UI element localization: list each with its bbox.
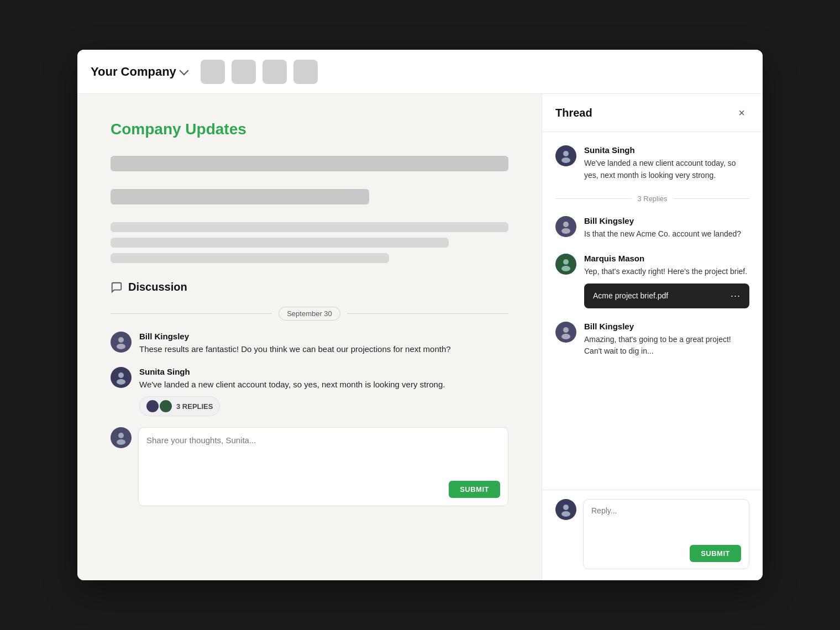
skeleton-spacer-2 [111, 211, 508, 222]
message-text-bill-1: These results are fantastic! Do you thin… [139, 343, 508, 356]
avatar-bill-1 [111, 332, 132, 353]
thread-msg-text-bill-2: Amazing, that's going to be a great proj… [584, 334, 749, 358]
comment-box-container: SUBMIT [111, 427, 508, 506]
avatar-sunita-1 [111, 367, 132, 388]
message-text-sunita-1: We've landed a new client account today,… [139, 379, 508, 391]
thread-msg-text-sunita: We've landed a new client account today,… [584, 158, 749, 181]
header-avatar-3[interactable] [262, 60, 287, 84]
skeleton-bar-5 [111, 253, 389, 263]
header-avatar-4[interactable] [293, 60, 318, 84]
thread-messages: Sunita Singh We've landed a new client a… [542, 132, 763, 490]
svg-point-12 [563, 327, 569, 333]
comment-submit-button[interactable]: SUBMIT [449, 481, 500, 498]
thread-msg-text-bill-1: Is that the new Acme Co. account we land… [584, 228, 749, 240]
main-area: Company Updates Discussion September 30 [77, 94, 763, 580]
date-badge: September 30 [279, 307, 340, 321]
thread-msg-content-bill-1: Bill Kingsley Is that the new Acme Co. a… [584, 216, 749, 240]
file-name: Acme project brief.pdf [593, 291, 668, 300]
thread-reply-submit-row: SUBMIT [591, 545, 741, 562]
thread-msg-author-marquis: Marquis Mason [584, 254, 749, 263]
svg-point-4 [118, 433, 124, 438]
thread-reply-box: SUBMIT [583, 499, 749, 569]
app-window: Your Company Company Updates [77, 50, 763, 580]
svg-point-8 [563, 222, 569, 227]
date-divider: September 30 [111, 307, 508, 321]
svg-point-0 [118, 337, 124, 343]
file-menu-icon[interactable]: ··· [731, 290, 741, 302]
thread-header: Thread × [542, 94, 763, 132]
svg-point-14 [563, 505, 569, 510]
thread-replies-divider: 3 Replies [555, 195, 749, 203]
reply-avatar-mini-1 [146, 400, 159, 412]
thread-avatar-bill-2 [555, 322, 576, 343]
thread-reply-avatar [555, 499, 576, 520]
message-sunita-1: Sunita Singh We've landed a new client a… [111, 367, 508, 417]
svg-point-3 [117, 379, 125, 385]
header-avatars [201, 60, 318, 84]
thread-msg-content-bill-2: Bill Kingsley Amazing, that's going to b… [584, 322, 749, 358]
skeleton-bar-4 [111, 238, 449, 248]
thread-avatar-sunita [555, 145, 576, 166]
skeleton-bar-2 [111, 189, 369, 204]
svg-point-13 [561, 334, 570, 339]
message-bill-1: Bill Kingsley These results are fantasti… [111, 332, 508, 356]
skeleton-bar-3 [111, 222, 508, 232]
thread-msg-marquis: Marquis Mason Yep, that's exactly right!… [555, 254, 749, 308]
svg-point-2 [118, 372, 124, 378]
replies-badge[interactable]: 3 REPLIES [139, 396, 220, 416]
skeleton-spacer-1 [111, 178, 508, 189]
thread-msg-author-bill-2: Bill Kingsley [584, 322, 749, 331]
thread-reply-area: SUBMIT [542, 490, 763, 580]
thread-msg-author-bill-1: Bill Kingsley [584, 216, 749, 225]
message-content-bill-1: Bill Kingsley These results are fantasti… [139, 332, 508, 356]
comment-submit-row: SUBMIT [146, 481, 500, 498]
avatar-commenter [111, 427, 132, 448]
svg-point-15 [561, 511, 570, 517]
chevron-down-icon [179, 66, 188, 75]
svg-point-5 [117, 439, 125, 445]
thread-msg-bill-1: Bill Kingsley Is that the new Acme Co. a… [555, 216, 749, 240]
channel-title: Company Updates [111, 120, 508, 138]
message-author-sunita-1: Sunita Singh [139, 367, 508, 376]
thread-avatar-marquis [555, 254, 576, 275]
thread-reply-textarea[interactable] [591, 506, 741, 539]
file-attachment[interactable]: Acme project brief.pdf ··· [584, 284, 749, 308]
comment-box: SUBMIT [138, 427, 508, 506]
company-name-button[interactable]: Your Company [91, 65, 187, 79]
svg-point-6 [563, 151, 569, 156]
skeleton-bar-1 [111, 156, 508, 171]
svg-point-10 [563, 259, 569, 265]
thread-msg-author-sunita: Sunita Singh [584, 145, 749, 155]
thread-msg-sunita: Sunita Singh We've landed a new client a… [555, 145, 749, 181]
company-name-label: Your Company [91, 65, 176, 79]
thread-submit-button[interactable]: SUBMIT [690, 545, 741, 562]
reply-avatar-mini-2 [160, 400, 172, 412]
svg-point-11 [561, 266, 570, 271]
replies-count-label: 3 REPLIES [176, 402, 213, 411]
svg-point-9 [561, 228, 570, 234]
header-avatar-1[interactable] [201, 60, 225, 84]
header-avatar-2[interactable] [232, 60, 256, 84]
replies-divider-label: 3 Replies [637, 195, 667, 203]
svg-point-1 [117, 344, 125, 349]
left-panel: Company Updates Discussion September 30 [77, 94, 542, 580]
svg-point-7 [561, 158, 570, 163]
message-content-sunita-1: Sunita Singh We've landed a new client a… [139, 367, 508, 417]
thread-title: Thread [555, 107, 592, 119]
discussion-header: Discussion [111, 281, 508, 293]
header: Your Company [77, 50, 763, 94]
thread-avatar-bill-1 [555, 216, 576, 237]
thread-msg-content-sunita: Sunita Singh We've landed a new client a… [584, 145, 749, 181]
discussion-label: Discussion [128, 281, 187, 293]
thread-panel: Thread × Sunita Singh We've landed a new… [542, 94, 763, 580]
thread-msg-text-marquis: Yep, that's exactly right! Here's the pr… [584, 266, 749, 278]
message-author-bill-1: Bill Kingsley [139, 332, 508, 341]
thread-msg-bill-2: Bill Kingsley Amazing, that's going to b… [555, 322, 749, 358]
thread-msg-content-marquis: Marquis Mason Yep, that's exactly right!… [584, 254, 749, 308]
discussion-icon [111, 281, 123, 293]
close-thread-button[interactable]: × [734, 105, 749, 120]
discussion-section: Discussion September 30 Bill Kingsley Th… [111, 281, 508, 506]
comment-textarea[interactable] [146, 435, 500, 474]
